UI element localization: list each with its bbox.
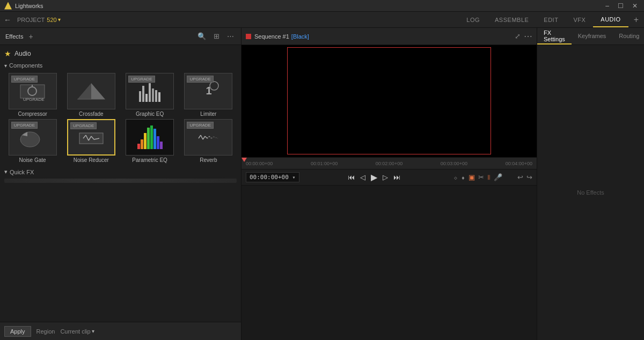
timecode-bar: 00:00:00+00 ▾ ⏮ ◁ ▶ ▷ ⏭ ⬦ ⬧ ▣ ✂ ⫴ 🎤 ↩ ↪ <box>241 169 537 186</box>
effect-label: Noise Reducer <box>74 157 109 163</box>
redo-icon[interactable]: ↪ <box>526 173 532 181</box>
menubar: ← PROJECT 520 ▾ LOG ASSEMBLE EDIT VFX AU… <box>0 12 644 28</box>
tab-routing[interactable]: Routing <box>612 28 644 45</box>
effect-label: Parametric EQ <box>132 157 167 163</box>
svg-line-20 <box>205 136 207 138</box>
svg-text:1: 1 <box>206 85 211 97</box>
effects-panel: Effects + 🔍 ⊞ ⋯ ★ Audio ▾ Components <box>0 28 241 340</box>
sequence-header: Sequence #1 [Black] ⤢ ⋯ <box>241 28 537 45</box>
grid-view-icon[interactable]: ⊞ <box>212 32 221 40</box>
cut-icon[interactable]: ✂ <box>478 173 484 181</box>
undo-icon[interactable]: ↩ <box>517 173 523 181</box>
sequence-indicator <box>246 34 251 39</box>
audio-label: Audio <box>14 50 31 57</box>
effects-title: Effects <box>5 33 23 40</box>
splice-icon[interactable]: ⫴ <box>487 173 491 182</box>
tab-edit[interactable]: EDIT <box>536 12 566 27</box>
effects-header: Effects + 🔍 ⊞ ⋯ <box>0 28 241 45</box>
region-selector[interactable]: Current clip ▾ <box>60 328 94 335</box>
svg-marker-5 <box>91 83 105 99</box>
tab-fx-settings[interactable]: FX Settings <box>537 28 572 45</box>
play-button[interactable]: ▶ <box>369 172 379 182</box>
mark-out-icon[interactable]: ⬧ <box>461 173 465 181</box>
svg-line-18 <box>201 135 203 139</box>
effect-item-compressor[interactable]: UPGRADE UPGRADE Compressor <box>4 73 61 117</box>
effect-item-crossfade[interactable]: Crossfade <box>63 73 119 117</box>
add-effect-button[interactable]: + <box>28 32 33 41</box>
upgrade-badge: UPGRADE <box>128 76 155 83</box>
effect-item-parametric-eq[interactable]: Parametric EQ <box>122 119 178 163</box>
effect-item-limiter[interactable]: UPGRADE 1 Limiter <box>180 73 237 117</box>
effect-label: Limiter <box>200 111 216 117</box>
effects-menu-icon[interactable]: ⋯ <box>225 32 236 40</box>
project-name[interactable]: 520 <box>47 17 56 23</box>
transport-icons: ⬦ ⬧ ▣ ✂ ⫴ 🎤 ↩ ↪ <box>453 173 532 182</box>
effects-content: ★ Audio ▾ Components UPGRADE <box>0 45 241 322</box>
playhead-marker <box>241 158 247 162</box>
effect-item-noise-gate[interactable]: UPGRADE Noise Gate <box>4 119 61 163</box>
quickfx-chevron-icon: ▾ <box>4 168 8 175</box>
tab-vfx[interactable]: VFX <box>566 12 593 27</box>
maximize-button[interactable]: ☐ <box>616 2 626 10</box>
video-preview <box>241 45 537 158</box>
effect-item-graphic-eq[interactable]: UPGRADE Graphic EQ <box>122 73 178 117</box>
tab-keyframes[interactable]: Keyframes <box>572 28 613 45</box>
apply-bar: Apply Region Current clip ▾ <box>0 322 241 340</box>
quickfx-scrollbar[interactable] <box>4 179 237 183</box>
svg-line-17 <box>199 135 201 138</box>
fx-settings-header: FX Settings Keyframes Routing + <box>537 28 644 45</box>
fx-settings-panel: FX Settings Keyframes Routing + No Effec… <box>537 28 644 340</box>
components-header[interactable]: ▾ Components <box>4 62 237 69</box>
sequence-menu-icon[interactable]: ⋯ <box>524 31 532 41</box>
no-effects-text: No Effects <box>577 189 604 196</box>
go-start-button[interactable]: ⏮ <box>346 173 356 181</box>
tab-log[interactable]: LOG <box>459 12 487 27</box>
project-dropdown-icon[interactable]: ▾ <box>58 17 61 23</box>
tab-audio[interactable]: AUDIO <box>593 12 628 27</box>
timeline-ruler: 00:00:00+00 00:01:00+00 00:02:00+00 00:0… <box>241 158 537 169</box>
svg-line-24 <box>214 137 218 138</box>
svg-marker-4 <box>77 83 91 99</box>
center-panel: Sequence #1 [Black] ⤢ ⋯ 00:00:00+00 00:0… <box>241 28 537 340</box>
effect-label: Graphic EQ <box>136 111 164 117</box>
close-button[interactable]: ✕ <box>630 2 640 10</box>
svg-line-19 <box>203 136 205 139</box>
upgrade-badge: UPGRADE <box>11 122 38 129</box>
go-end-button[interactable]: ⏭ <box>392 173 402 181</box>
search-icon[interactable]: 🔍 <box>196 32 208 40</box>
app-title: Lightworks <box>15 3 43 9</box>
apply-button[interactable]: Apply <box>4 326 31 337</box>
prev-frame-button[interactable]: ◁ <box>358 173 367 181</box>
expand-icon[interactable]: ⤢ <box>515 32 521 40</box>
svg-line-22 <box>209 136 211 138</box>
svg-line-21 <box>207 136 209 138</box>
mark-in-icon[interactable]: ⬦ <box>453 173 458 181</box>
effect-item-noise-reducer[interactable]: UPGRADE Noise Reducer <box>63 119 119 163</box>
effect-label: Noise Gate <box>19 157 46 163</box>
app-icon <box>4 2 12 10</box>
transport-controls: ⏮ ◁ ▶ ▷ ⏭ <box>346 172 402 182</box>
effect-label: Crossfade <box>79 111 104 117</box>
mic-icon[interactable]: 🎤 <box>494 173 502 181</box>
effect-item-reverb[interactable]: UPGRADE Reverb <box>180 119 237 163</box>
sequence-title: Sequence #1 <box>254 33 289 40</box>
add-tab-button[interactable]: + <box>628 15 644 25</box>
components-label: Components <box>9 62 42 69</box>
svg-line-23 <box>211 137 214 138</box>
titlebar: Lightworks – ☐ ✕ <box>0 0 644 12</box>
ruler-times: 00:00:00+00 00:01:00+00 00:02:00+00 00:0… <box>246 161 532 166</box>
audio-star-icon[interactable]: ★ <box>4 49 11 58</box>
back-button[interactable]: ← <box>0 12 15 27</box>
svg-rect-11 <box>79 133 103 144</box>
minimize-button[interactable]: – <box>603 2 611 10</box>
fx-settings-content: No Effects <box>537 45 644 340</box>
project-label: PROJECT <box>17 17 45 23</box>
tab-assemble[interactable]: ASSEMBLE <box>487 12 536 27</box>
sequence-state: [Black] <box>291 33 309 40</box>
timecode-display: 00:00:00+00 ▾ <box>246 172 299 182</box>
quickfx-header[interactable]: ▾ Quick FX <box>4 168 237 175</box>
clip-icon[interactable]: ▣ <box>469 173 475 181</box>
region-label: Region <box>36 328 55 335</box>
components-chevron-icon: ▾ <box>4 63 7 69</box>
next-frame-button[interactable]: ▷ <box>381 173 390 181</box>
